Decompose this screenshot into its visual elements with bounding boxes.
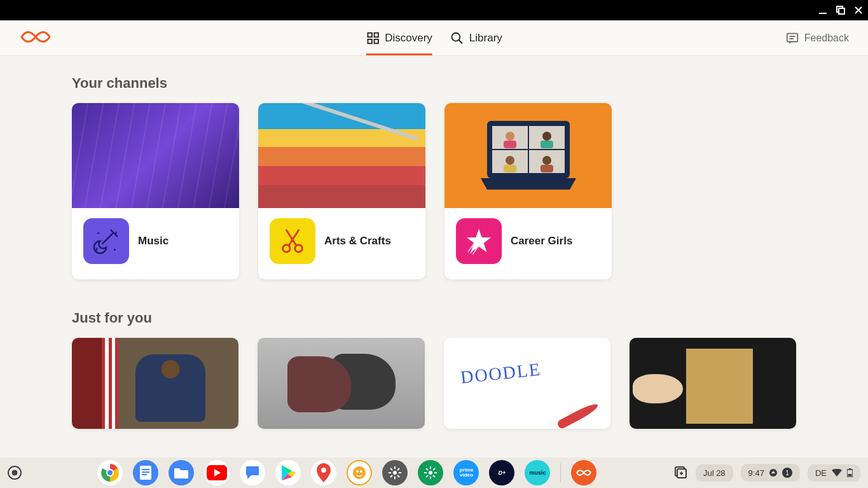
svg-point-20 <box>506 132 514 141</box>
feedback-label: Feedback <box>804 32 849 44</box>
app-logo[interactable] <box>19 29 52 48</box>
wifi-icon <box>832 469 842 477</box>
taskbar-docs-icon[interactable] <box>133 460 158 485</box>
svg-point-7 <box>452 32 460 41</box>
taskbar-chrome-icon[interactable] <box>97 460 123 485</box>
channel-thumbnail-arts <box>258 103 425 208</box>
jfy-card-1[interactable] <box>72 338 238 429</box>
taskbar-lang: DE <box>815 468 827 478</box>
battery-icon <box>847 468 853 477</box>
svg-point-38 <box>356 470 359 473</box>
taskbar-status-tray[interactable]: 9:47 1 <box>741 464 800 482</box>
svg-point-39 <box>360 470 362 473</box>
svg-rect-5 <box>368 39 371 43</box>
jfy-card-4[interactable] <box>630 338 796 429</box>
svg-rect-25 <box>504 165 516 172</box>
section-title-jfy: Just for you <box>72 310 796 326</box>
taskbar-time: 9:47 <box>748 468 764 478</box>
taskbar-messages-icon[interactable] <box>240 460 265 485</box>
svg-rect-9 <box>787 33 797 41</box>
taskbar-files-icon[interactable] <box>169 460 194 485</box>
tab-discovery[interactable]: Discovery <box>366 20 432 55</box>
svg-rect-34 <box>142 474 147 475</box>
svg-rect-21 <box>504 141 516 148</box>
taskbar-disney-icon[interactable]: D+ <box>489 460 514 485</box>
taskbar-maps-icon[interactable] <box>311 460 336 485</box>
svg-rect-2 <box>839 8 844 14</box>
maximize-button[interactable] <box>836 6 845 15</box>
taskbar-app-icon[interactable] <box>571 460 596 485</box>
svg-rect-49 <box>848 474 851 477</box>
feedback-button[interactable]: Feedback <box>785 31 849 45</box>
svg-point-12 <box>97 232 99 234</box>
svg-rect-33 <box>142 471 149 473</box>
channel-label: Arts & Crafts <box>324 235 391 247</box>
taskbar-quick-settings[interactable]: DE <box>808 464 860 482</box>
feedback-icon <box>785 31 799 45</box>
svg-rect-3 <box>368 32 371 36</box>
tab-library[interactable]: Library <box>450 20 502 55</box>
taskbar-tote-icon[interactable] <box>673 464 688 482</box>
tab-discovery-label: Discovery <box>385 32 432 45</box>
tab-library-label: Library <box>469 32 502 45</box>
channel-card-arts[interactable]: Arts & Crafts <box>258 103 425 279</box>
taskbar-prime-video-icon[interactable]: primevideo <box>453 460 479 485</box>
scissors-icon <box>270 218 315 264</box>
svg-point-24 <box>506 156 514 165</box>
taskbar-family-link-icon[interactable] <box>418 460 443 485</box>
svg-rect-23 <box>541 141 553 148</box>
taskbar-apps: primevideo D+ music <box>97 460 596 485</box>
just-for-you-row <box>72 338 796 429</box>
star-icon <box>456 218 502 264</box>
taskbar: primevideo D+ music Jul 28 9:47 1 DE <box>0 457 868 488</box>
svg-rect-4 <box>374 32 378 36</box>
main-content: Your channels Music Arts & Crafts <box>0 56 868 457</box>
svg-point-37 <box>353 466 366 479</box>
main-nav: Discovery Library <box>366 20 502 55</box>
taskbar-separator <box>560 463 561 482</box>
taskbar-date[interactable]: Jul 28 <box>696 464 733 482</box>
jfy-card-2[interactable] <box>258 338 424 429</box>
taskbar-youtube-icon[interactable] <box>204 460 230 485</box>
channel-card-music[interactable]: Music <box>72 103 239 279</box>
notification-badge: 1 <box>782 468 792 478</box>
channel-label: Music <box>138 235 169 247</box>
up-arrow-icon <box>769 469 777 477</box>
svg-rect-6 <box>374 39 378 43</box>
taskbar-amazon-music-icon[interactable]: music <box>525 460 550 485</box>
svg-line-8 <box>459 39 463 43</box>
svg-point-22 <box>542 132 551 141</box>
channel-thumbnail-music <box>72 103 239 208</box>
search-icon <box>450 31 464 45</box>
svg-point-13 <box>114 249 116 251</box>
guitar-icon <box>83 218 129 264</box>
taskbar-settings-icon[interactable] <box>382 460 408 485</box>
svg-point-30 <box>107 470 113 476</box>
svg-rect-48 <box>849 468 851 470</box>
svg-point-36 <box>321 468 326 473</box>
channel-thumbnail-career <box>444 103 612 208</box>
section-title-channels: Your channels <box>72 75 796 92</box>
taskbar-play-icon[interactable] <box>275 460 301 485</box>
svg-point-26 <box>542 156 551 165</box>
svg-point-40 <box>393 471 397 475</box>
window-titlebar <box>0 0 868 20</box>
channel-card-career[interactable]: Career Girls <box>444 103 612 279</box>
channel-label: Career Girls <box>511 235 572 247</box>
taskbar-scratch-icon[interactable] <box>347 460 372 485</box>
minimize-button[interactable] <box>818 6 827 15</box>
svg-point-41 <box>429 471 432 475</box>
channels-row: Music Arts & Crafts <box>72 103 796 279</box>
close-button[interactable] <box>854 6 863 15</box>
app-header: Discovery Library Feedback <box>0 20 868 56</box>
svg-rect-27 <box>541 165 553 172</box>
svg-rect-0 <box>819 13 827 14</box>
launcher-button[interactable] <box>8 466 22 480</box>
jfy-card-3[interactable] <box>444 338 610 429</box>
dashboard-icon <box>366 31 380 45</box>
svg-rect-32 <box>142 469 149 470</box>
